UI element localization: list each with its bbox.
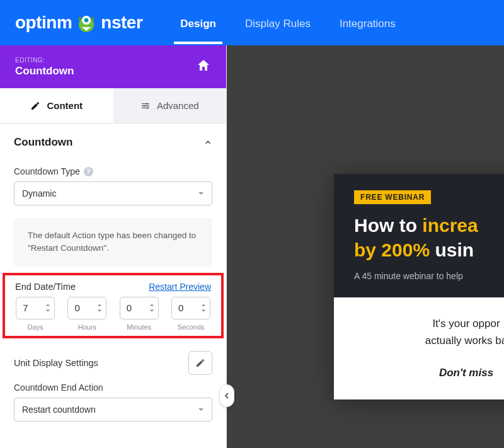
- preview-popup: FREE WEBINAR How to increa by 200% usin …: [334, 174, 504, 399]
- stepper-down-icon[interactable]: [97, 308, 102, 313]
- collapse-sidebar-button[interactable]: [219, 384, 234, 407]
- spinner-seconds-caption: Seconds: [177, 323, 204, 331]
- help-icon[interactable]: ?: [84, 167, 93, 176]
- chevron-down-icon: [198, 190, 204, 197]
- unit-display-row: Unit Display Settings: [0, 345, 226, 379]
- panel-tab-content-label: Content: [47, 100, 83, 111]
- svg-point-3: [86, 20, 88, 21]
- spinner-row: 7 Days 0: [15, 297, 211, 331]
- preview-title: How to increa by 200% usin: [354, 213, 504, 262]
- logo[interactable]: optinm nster: [15, 12, 142, 33]
- unit-display-label: Unit Display Settings: [14, 358, 98, 368]
- preview-subtitle: A 45 minute webinar to help: [354, 271, 504, 281]
- spinner-hours: 0 Hours: [67, 297, 107, 331]
- pencil-icon: [30, 101, 40, 111]
- nav-tabs: Design Display Rules Integrations: [180, 2, 395, 43]
- spinner-minutes-input[interactable]: 0: [120, 297, 159, 319]
- preview-canvas: FREE WEBINAR How to increa by 200% usin …: [227, 45, 504, 448]
- sliders-icon: [140, 101, 151, 111]
- home-icon[interactable]: [196, 58, 211, 76]
- spinner-seconds: 0 Seconds: [171, 297, 211, 331]
- main-area: EDITING: Countdown Content Advanced Coun…: [0, 45, 504, 448]
- section-title: Countdown: [14, 136, 72, 149]
- end-action-row: Countdown End Action Restart countdown: [0, 379, 226, 425]
- top-bar: optinm nster Design Display Rules Integr…: [0, 0, 504, 45]
- end-action-select[interactable]: Restart countdown: [14, 398, 212, 422]
- countdown-type-select[interactable]: Dynamic: [14, 181, 212, 205]
- tab-design[interactable]: Design: [180, 2, 216, 43]
- tab-display-rules[interactable]: Display Rules: [245, 2, 311, 43]
- spinner-hours-caption: Hours: [78, 323, 96, 331]
- stepper-down-icon[interactable]: [201, 308, 206, 313]
- preview-badge: FREE WEBINAR: [354, 190, 431, 204]
- spinner-minutes: 0 Minutes: [119, 297, 159, 331]
- end-datetime-header: End Date/Time Restart Preview: [15, 282, 211, 292]
- end-action-label: Countdown End Action: [14, 382, 212, 393]
- editing-label: EDITING:: [15, 57, 74, 64]
- preview-header: FREE WEBINAR How to increa by 200% usin …: [334, 174, 504, 297]
- end-datetime-label: End Date/Time: [15, 282, 76, 292]
- panel-tab-advanced-label: Advanced: [157, 100, 199, 111]
- stepper-down-icon[interactable]: [45, 308, 50, 313]
- spinner-hours-input[interactable]: 0: [67, 297, 106, 319]
- countdown-type-value: Dynamic: [22, 188, 56, 198]
- pencil-icon: [195, 358, 205, 368]
- stepper-down-icon[interactable]: [149, 308, 154, 313]
- spinner-days: 7 Days: [15, 297, 55, 331]
- unit-display-edit-button[interactable]: [188, 351, 212, 375]
- stepper-up-icon[interactable]: [45, 302, 50, 307]
- sidebar: EDITING: Countdown Content Advanced Coun…: [0, 45, 227, 448]
- panel-tab-advanced[interactable]: Advanced: [113, 88, 227, 123]
- editing-bar: EDITING: Countdown: [0, 45, 226, 88]
- logo-monster-icon: [76, 12, 97, 33]
- countdown-type-row: Countdown Type ? Dynamic: [0, 161, 226, 209]
- svg-point-6: [147, 107, 149, 109]
- tab-integrations[interactable]: Integrations: [340, 2, 396, 43]
- panel-tab-content[interactable]: Content: [0, 88, 113, 123]
- logo-text-suffix: nster: [101, 13, 142, 33]
- spinner-days-caption: Days: [28, 323, 43, 331]
- stepper-up-icon[interactable]: [97, 302, 102, 307]
- editing-info: EDITING: Countdown: [15, 57, 74, 78]
- logo-text-prefix: optinm: [15, 13, 72, 33]
- svg-point-4: [146, 103, 148, 105]
- section-header[interactable]: Countdown: [0, 123, 226, 161]
- chevron-down-icon: [198, 406, 204, 413]
- spinner-days-input[interactable]: 7: [16, 297, 55, 319]
- restart-preview-link[interactable]: Restart Preview: [149, 282, 211, 292]
- chevron-up-icon: [203, 138, 212, 147]
- end-action-value: Restart countdown: [22, 405, 96, 415]
- preview-body: It's your oppor actually works ba Don't …: [334, 297, 504, 399]
- panel-body: Countdown Countdown Type ? Dynamic The d…: [0, 123, 226, 448]
- info-box: The default Action type has been changed…: [14, 218, 212, 267]
- countdown-type-label: Countdown Type ?: [14, 166, 212, 176]
- spinner-minutes-caption: Minutes: [127, 323, 151, 331]
- stepper-up-icon[interactable]: [201, 302, 206, 307]
- panel-tabs: Content Advanced: [0, 88, 226, 123]
- spinner-seconds-input[interactable]: 0: [171, 297, 210, 319]
- chevron-left-icon: [224, 392, 230, 399]
- editing-title: Countdown: [15, 65, 74, 78]
- svg-point-5: [144, 105, 146, 106]
- stepper-up-icon[interactable]: [149, 302, 154, 307]
- end-datetime-frame: End Date/Time Restart Preview 7 Da: [3, 273, 224, 338]
